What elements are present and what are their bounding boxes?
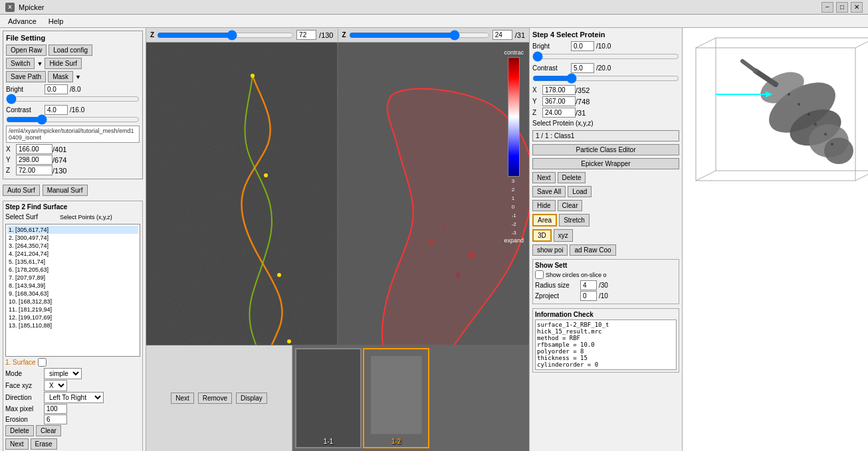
bright-input-left[interactable]	[45, 84, 68, 94]
bottom-controls: Next Remove Display	[146, 345, 292, 451]
bottom-next-button[interactable]: Next	[171, 393, 194, 404]
point-9[interactable]: 9. [168,304,63]	[7, 290, 138, 298]
surface-indicator: 1. Surface	[5, 359, 36, 366]
rp-y-input[interactable]	[542, 96, 576, 106]
left-z-value[interactable]	[296, 30, 316, 40]
rp-stretch-button[interactable]: Stretch	[559, 214, 590, 226]
right-image-panel[interactable]: contrac 3 2 1 0 -1 -2 -3 expand	[338, 43, 530, 345]
y-input[interactable]	[16, 155, 53, 165]
menu-advance[interactable]: Advance	[3, 16, 42, 27]
rp-z-max: /31	[576, 109, 586, 117]
erosion-input[interactable]	[44, 414, 67, 424]
auto-surf-button[interactable]: Auto Surf	[3, 185, 40, 196]
bottom-display-button[interactable]: Display	[236, 393, 267, 404]
point-11[interactable]: 11. [181,219,94]	[7, 306, 138, 314]
points-list[interactable]: 1. [305,617,74] 2. [300,497,74] 3. [264,…	[5, 224, 140, 357]
cb-val-0: 0	[512, 204, 516, 210]
manual-surf-button[interactable]: Manual Surf	[43, 185, 88, 196]
point-3[interactable]: 3. [264,350,74]	[7, 242, 138, 250]
left-image-svg	[146, 43, 338, 345]
step2-erase-button[interactable]: Erase	[31, 438, 57, 450]
right-z-slider[interactable]	[349, 33, 490, 38]
mask-button[interactable]: Mask	[48, 71, 73, 82]
save-path-button[interactable]: Save Path	[6, 71, 46, 82]
close-button[interactable]: ✕	[851, 2, 863, 13]
bottom-strip: Next Remove Display 1-1	[146, 345, 529, 451]
bottom-image-area: 1-1 1-2	[292, 345, 529, 451]
particle-class-editor-button[interactable]: Particle Class Editor	[532, 144, 679, 155]
path-display: /eml4/xyan/mpicker/tutorial/tutorial_mes…	[6, 126, 140, 143]
rp-next-button[interactable]: Next	[532, 172, 556, 183]
z-input[interactable]	[16, 165, 53, 175]
load-config-button[interactable]: Load config	[49, 45, 92, 56]
point-1[interactable]: 1. [305,617,74]	[7, 226, 138, 234]
hide-surf-button[interactable]: Hide Surf	[45, 58, 82, 69]
epicker-wrapper-button[interactable]: Epicker Wrapper	[532, 158, 679, 169]
rp-area-button[interactable]: Area	[532, 214, 557, 226]
rp-x-input[interactable]	[542, 85, 576, 95]
open-raw-button[interactable]: Open Raw	[6, 45, 47, 56]
rp-clear-button[interactable]: Clear	[558, 200, 583, 211]
menu-help[interactable]: Help	[43, 16, 69, 27]
select-protein-label: Select Protein (x,y,z)	[532, 120, 679, 127]
point-12[interactable]: 12. [199,107,69]	[7, 314, 138, 321]
left-panel: File Setting Open Raw Load config Switch…	[0, 28, 146, 451]
step2-next-button[interactable]: Next	[5, 438, 29, 450]
point-6[interactable]: 6. [178,205,63]	[7, 266, 138, 274]
svg-point-22	[798, 103, 800, 106]
left-image-panel[interactable]	[146, 43, 338, 345]
rp-z-input[interactable]	[542, 108, 576, 118]
direction-select[interactable]: Left To Right	[44, 392, 104, 403]
particle-1	[429, 239, 434, 244]
rp-contrast-slider[interactable]	[532, 76, 679, 81]
rp-xyz-button[interactable]: xyz	[554, 229, 573, 242]
info-line-4: polyorder = 8	[537, 348, 675, 355]
x-input[interactable]	[16, 144, 53, 154]
point-2[interactable]: 2. [300,497,74]	[7, 234, 138, 242]
point-7[interactable]: 7. [207,97,89]	[7, 274, 138, 282]
rp-bright-slider[interactable]	[532, 54, 679, 59]
max-pixel-input[interactable]	[44, 404, 67, 414]
file-setting-section: File Setting Open Raw Load config Switch…	[3, 31, 143, 179]
title-bar-left: X Mpicker	[5, 3, 45, 12]
bright-slider-left[interactable]	[6, 96, 140, 102]
point-13[interactable]: 13. [185,110,88]	[7, 321, 138, 329]
face-xyz-select[interactable]: X	[44, 380, 67, 391]
rp-save-all-button[interactable]: Save All	[532, 186, 566, 197]
left-z-slider[interactable]	[157, 33, 294, 38]
rp-contrast-max: /20.0	[596, 64, 611, 72]
point-8[interactable]: 8. [143,94,39]	[7, 282, 138, 290]
minimize-button[interactable]: −	[821, 2, 833, 13]
contrast-input-left[interactable]	[45, 105, 68, 115]
right-z-label: Z	[342, 31, 346, 39]
switch-button[interactable]: Switch	[6, 58, 35, 69]
app-title: Mpicker	[19, 3, 45, 11]
contrast-slider-left[interactable]	[6, 117, 140, 122]
bottom-remove-button[interactable]: Remove	[198, 393, 232, 404]
point-4[interactable]: 4. [241,204,74]	[7, 250, 138, 258]
bright-max-left: /8.0	[70, 86, 81, 93]
3d-canvas[interactable]	[683, 28, 868, 451]
show-circles-checkbox[interactable]	[535, 270, 544, 279]
zproject-input[interactable]	[580, 291, 597, 301]
step2-clear-button[interactable]: Clear	[36, 425, 61, 436]
step2-delete-button[interactable]: Delete	[5, 425, 34, 436]
rp-load-raw-coo-button[interactable]: ad Raw Coo	[570, 244, 615, 256]
surface-checkbox[interactable]	[38, 358, 47, 367]
rp-bright-input[interactable]	[571, 41, 594, 51]
right-z-value[interactable]	[492, 30, 512, 40]
thumbnail-1-2[interactable]: 1-2	[363, 348, 429, 448]
mode-select[interactable]: simple	[44, 368, 82, 379]
rp-load-button[interactable]: Load	[568, 186, 592, 197]
rp-delete-button[interactable]: Delete	[558, 172, 586, 183]
rp-3d-button[interactable]: 3D	[532, 229, 552, 242]
rp-contrast-input[interactable]	[571, 63, 594, 73]
rp-show-point-button[interactable]: show poi	[532, 244, 568, 256]
restore-button[interactable]: □	[836, 2, 848, 13]
thumbnail-1-1[interactable]: 1-1	[295, 348, 362, 448]
point-10[interactable]: 10. [168,312,83]	[7, 298, 138, 306]
svg-point-20	[824, 137, 853, 164]
rp-hide-button[interactable]: Hide	[532, 200, 556, 211]
radius-size-input[interactable]	[580, 280, 597, 290]
point-5[interactable]: 5. [135,61,74]	[7, 258, 138, 266]
